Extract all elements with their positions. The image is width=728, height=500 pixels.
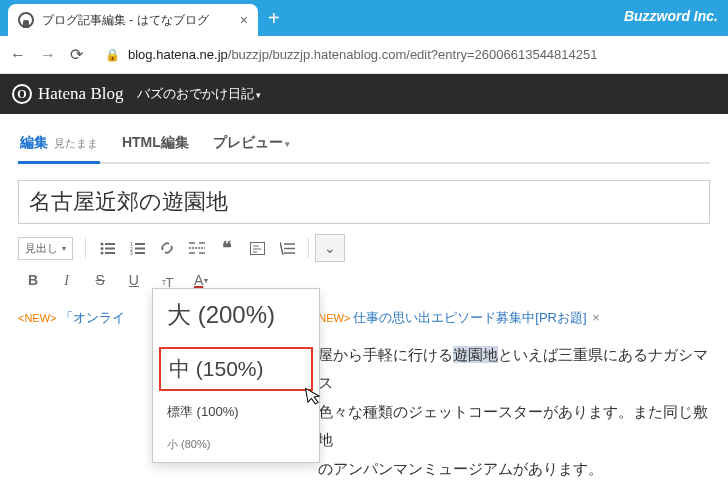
forward-icon: → bbox=[40, 46, 56, 64]
hatena-logo-text: Hatena Blog bbox=[38, 84, 123, 104]
toolbar-row-2: B I S U TT A▾ bbox=[18, 266, 710, 297]
reload-icon[interactable]: ⟳ bbox=[70, 45, 83, 64]
svg-rect-5 bbox=[105, 252, 115, 254]
link-icon[interactable] bbox=[152, 234, 182, 262]
highlighted-text: 遊園地 bbox=[453, 346, 498, 363]
svg-point-4 bbox=[100, 251, 103, 254]
separator bbox=[308, 238, 309, 258]
new-tab-button[interactable]: + bbox=[268, 7, 280, 30]
svg-rect-1 bbox=[105, 243, 115, 245]
blog-name-dropdown[interactable]: バズのおでかけ日記▾ bbox=[137, 85, 261, 103]
new-badge: <NEW> bbox=[18, 312, 57, 324]
brand-label: Buzzword Inc. bbox=[624, 8, 718, 24]
post-body[interactable]: 屋から手軽に行ける遊園地といえば三重県にあるナガシマス 色々な種類のジェットコー… bbox=[18, 341, 710, 501]
font-size-option-small[interactable]: 小 (80%) bbox=[153, 431, 319, 462]
collapse-toolbar-button[interactable]: ⌄ bbox=[315, 234, 345, 262]
cursor-icon bbox=[304, 385, 323, 407]
close-icon[interactable]: × bbox=[240, 12, 248, 28]
svg-line-24 bbox=[280, 242, 283, 255]
heading-select[interactable]: 見出し▾ bbox=[18, 237, 73, 260]
editor-area: 編集 見たまま HTML編集 プレビュー▾ 見出し▾ 123 ❝ ⌄ B I S… bbox=[0, 114, 728, 500]
editor-tabs: 編集 見たまま HTML編集 プレビュー▾ bbox=[18, 128, 710, 164]
svg-rect-9 bbox=[135, 247, 145, 249]
font-size-option-large[interactable]: 大 (200%) bbox=[153, 289, 319, 341]
lock-icon: 🔒 bbox=[105, 48, 120, 62]
hatena-header: O Hatena Blog バズのおでかけ日記▾ bbox=[0, 74, 728, 114]
favicon-icon bbox=[18, 12, 34, 28]
tab-html[interactable]: HTML編集 bbox=[120, 128, 191, 162]
italic-icon[interactable]: I bbox=[52, 267, 82, 295]
url-text: blog.hatena.ne.jp/buzzjp/buzzjp.hatenabl… bbox=[128, 47, 597, 62]
underline-icon[interactable]: U bbox=[119, 266, 149, 294]
topic-link-1[interactable]: 「オンライ bbox=[60, 310, 125, 325]
bulleted-list-icon[interactable] bbox=[92, 234, 122, 262]
font-size-option-medium[interactable]: 中 (150%) bbox=[159, 347, 313, 391]
bold-icon[interactable]: B bbox=[18, 266, 48, 294]
topic-bar: <NEW>「オンライ <NEW>仕事の思い出エピソード募集中[PRお題] × bbox=[18, 309, 710, 327]
hatena-mark-icon: O bbox=[12, 84, 32, 104]
topic-close-icon[interactable]: × bbox=[592, 310, 600, 325]
browser-toolbar: ← → ⟳ 🔒 blog.hatena.ne.jp/buzzjp/buzzjp.… bbox=[0, 36, 728, 74]
browser-tab[interactable]: ブログ記事編集 - はてなブログ × bbox=[8, 4, 258, 36]
svg-point-2 bbox=[100, 247, 103, 250]
tab-preview[interactable]: プレビュー▾ bbox=[211, 128, 292, 162]
svg-rect-7 bbox=[135, 243, 145, 245]
tab-edit[interactable]: 編集 見たまま bbox=[18, 128, 100, 162]
format-toolbar: 見出し▾ 123 ❝ ⌄ B I S U TT A▾ bbox=[18, 234, 710, 297]
address-bar[interactable]: 🔒 blog.hatena.ne.jp/buzzjp/buzzjp.hatena… bbox=[97, 43, 718, 66]
strikethrough-icon[interactable]: S bbox=[85, 266, 115, 294]
svg-text:3: 3 bbox=[130, 250, 133, 255]
quote-icon[interactable]: ❝ bbox=[212, 234, 242, 262]
svg-rect-11 bbox=[135, 252, 145, 254]
read-more-icon[interactable] bbox=[182, 234, 212, 262]
font-size-menu: 大 (200%) 中 (150%) 標準 (100%) 小 (80%) bbox=[152, 288, 320, 463]
post-title-input[interactable] bbox=[18, 180, 710, 224]
numbered-list-icon[interactable]: 123 bbox=[122, 234, 152, 262]
svg-rect-3 bbox=[105, 247, 115, 249]
back-icon[interactable]: ← bbox=[10, 46, 26, 64]
font-size-option-standard[interactable]: 標準 (100%) bbox=[153, 397, 319, 431]
tab-title: ブログ記事編集 - はてなブログ bbox=[42, 12, 232, 29]
topic-link-2[interactable]: 仕事の思い出エピソード募集中[PRお題] bbox=[353, 310, 586, 325]
separator bbox=[85, 238, 86, 258]
clear-format-icon[interactable] bbox=[272, 234, 302, 262]
svg-point-0 bbox=[100, 242, 103, 245]
hatena-logo[interactable]: O Hatena Blog bbox=[12, 84, 123, 104]
browser-titlebar: Buzzword Inc. ブログ記事編集 - はてなブログ × + bbox=[0, 0, 728, 36]
code-block-icon[interactable] bbox=[242, 234, 272, 262]
